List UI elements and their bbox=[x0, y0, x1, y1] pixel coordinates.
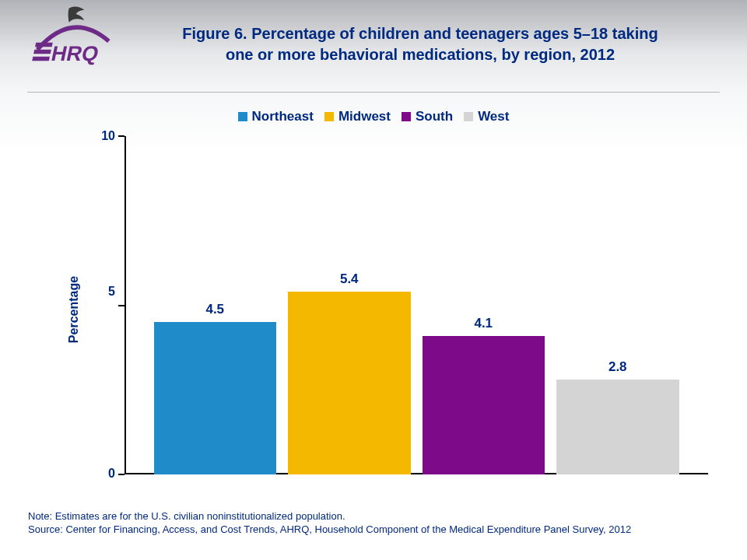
legend-label: Northeast bbox=[252, 109, 314, 124]
swatch-west bbox=[464, 112, 473, 121]
ahrq-logo: HRQ bbox=[30, 6, 115, 76]
bar-south: 4.1 bbox=[423, 336, 545, 474]
chart-legend: Northeast Midwest South West bbox=[0, 109, 747, 124]
swatch-south bbox=[402, 112, 411, 121]
bar-value-label: 5.4 bbox=[288, 271, 411, 287]
footnote-note: Note: Estimates are for the U.S. civilia… bbox=[28, 509, 719, 523]
svg-rect-0 bbox=[35, 43, 53, 47]
y-tick-label: 0 bbox=[89, 467, 115, 481]
bar-northeast: 4.5 bbox=[154, 322, 277, 474]
legend-label: South bbox=[416, 109, 453, 124]
svg-text:HRQ: HRQ bbox=[49, 41, 101, 65]
plot-region: 0 5 10 4.5 5.4 4.1 2.8 bbox=[93, 136, 708, 474]
bar-west: 2.8 bbox=[556, 380, 679, 474]
y-axis-label: Percentage bbox=[67, 275, 81, 342]
chart-title: Figure 6. Percentage of children and tee… bbox=[140, 23, 700, 65]
legend-label: West bbox=[478, 109, 509, 124]
chart-area: Percentage 0 5 10 4.5 5.4 4.1 bbox=[31, 128, 716, 490]
bar-value-label: 2.8 bbox=[556, 359, 679, 375]
legend-label: Midwest bbox=[338, 109, 391, 124]
svg-rect-2 bbox=[32, 57, 50, 61]
legend-item-south: South bbox=[402, 109, 453, 124]
y-tick-label: 10 bbox=[89, 129, 115, 143]
chart-footnote: Note: Estimates are for the U.S. civilia… bbox=[28, 509, 719, 537]
bar-value-label: 4.5 bbox=[154, 302, 277, 317]
y-tick-label: 5 bbox=[89, 285, 115, 299]
legend-item-midwest: Midwest bbox=[324, 109, 391, 124]
footnote-source: Source: Center for Financing, Access, an… bbox=[28, 523, 719, 537]
svg-rect-1 bbox=[33, 50, 51, 54]
title-line-2: one or more behavioral medications, by r… bbox=[226, 46, 615, 63]
legend-item-west: West bbox=[464, 109, 509, 124]
y-tick bbox=[118, 305, 124, 306]
bar-midwest: 5.4 bbox=[288, 292, 411, 474]
swatch-northeast bbox=[238, 112, 247, 121]
y-tick bbox=[118, 135, 124, 137]
y-tick bbox=[118, 474, 124, 475]
figure-container: HRQ Figure 6. Percentage of children and… bbox=[0, 0, 747, 560]
swatch-midwest bbox=[324, 112, 334, 121]
title-line-1: Figure 6. Percentage of children and tee… bbox=[182, 25, 658, 42]
header-divider bbox=[27, 92, 720, 93]
bars-group: 4.5 5.4 4.1 2.8 bbox=[124, 136, 708, 474]
legend-item-northeast: Northeast bbox=[238, 109, 314, 124]
bar-value-label: 4.1 bbox=[423, 316, 545, 331]
